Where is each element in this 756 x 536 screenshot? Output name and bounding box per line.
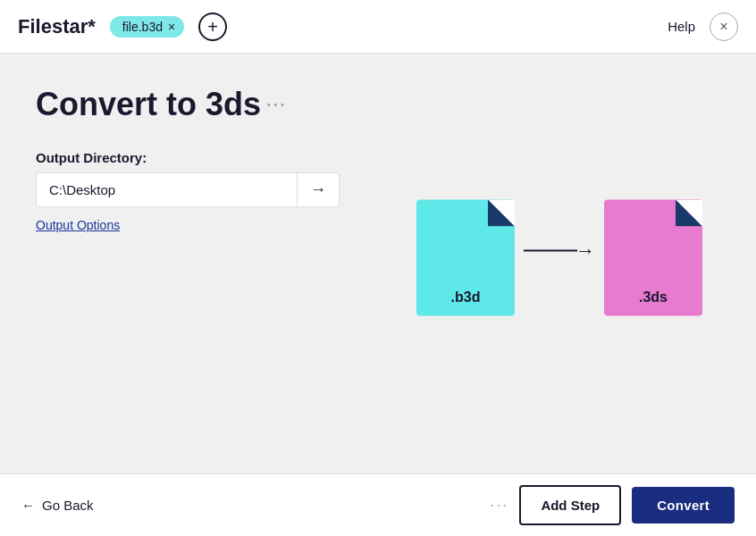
arrow-head-icon: → (575, 241, 595, 261)
target-file-label: .3ds (639, 289, 668, 306)
go-back-label: Go Back (42, 498, 94, 513)
go-back-button[interactable]: ← Go Back (21, 498, 94, 513)
directory-browse-button[interactable]: → (297, 173, 339, 206)
footer: ← Go Back ··· Add Step Convert (0, 473, 756, 536)
footer-right: ··· Add Step Convert (490, 485, 735, 525)
arrow-line (524, 250, 577, 252)
source-file-label: .b3d (451, 289, 481, 306)
source-file-body: .b3d (416, 200, 515, 316)
target-file-body: .3ds (604, 200, 702, 316)
directory-input[interactable] (37, 173, 297, 206)
file-tag: file.b3d × (110, 16, 184, 38)
target-file-icon: .3ds (604, 200, 702, 316)
file-tag-close-button[interactable]: × (168, 21, 175, 33)
page-title: Convert to 3ds ··· (36, 86, 720, 123)
header-right: Help × (668, 13, 738, 41)
header-left: Filestar* file.b3d × + (18, 13, 227, 41)
source-file-icon: .b3d (416, 200, 515, 316)
add-step-button[interactable]: Add Step (519, 485, 621, 525)
header: Filestar* file.b3d × + Help × (0, 0, 756, 54)
conversion-illustration: .b3d → .3ds (416, 200, 702, 316)
main-content: Convert to 3ds ··· Output Directory: → O… (0, 54, 756, 473)
help-link[interactable]: Help (668, 19, 695, 34)
output-directory-label: Output Directory: (36, 150, 340, 165)
output-options-link[interactable]: Output Options (36, 218, 340, 232)
file-tag-label: file.b3d (122, 20, 163, 34)
title-dots: ··· (266, 95, 287, 115)
arrow-connector: → (524, 241, 595, 261)
convert-button[interactable]: Convert (632, 487, 735, 523)
close-button[interactable]: × (710, 13, 738, 41)
add-file-button[interactable]: + (198, 13, 227, 41)
go-back-arrow-icon: ← (21, 498, 35, 513)
app-title: Filestar* (18, 15, 96, 38)
output-directory-section: Output Directory: → Output Options (36, 150, 340, 232)
arrow-right-icon: → (310, 180, 326, 199)
directory-input-row: → (36, 172, 340, 207)
more-options-button[interactable]: ··· (490, 496, 508, 515)
